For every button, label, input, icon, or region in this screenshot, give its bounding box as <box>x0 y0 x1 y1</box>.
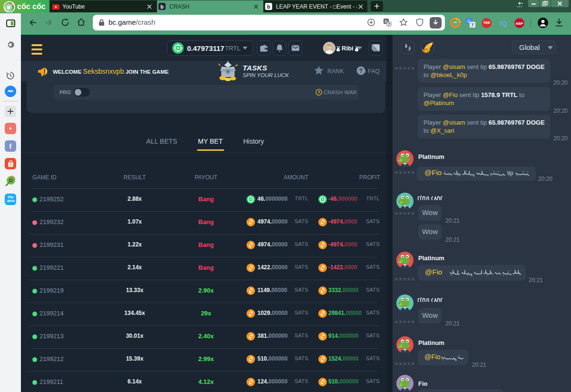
svg-text:b: b <box>267 4 270 10</box>
svg-text:ABP: ABP <box>516 21 523 26</box>
svg-text:?: ? <box>359 68 363 74</box>
svg-text:b: b <box>160 4 163 10</box>
svg-text:?: ? <box>317 90 320 95</box>
svg-text:B: B <box>425 47 428 51</box>
